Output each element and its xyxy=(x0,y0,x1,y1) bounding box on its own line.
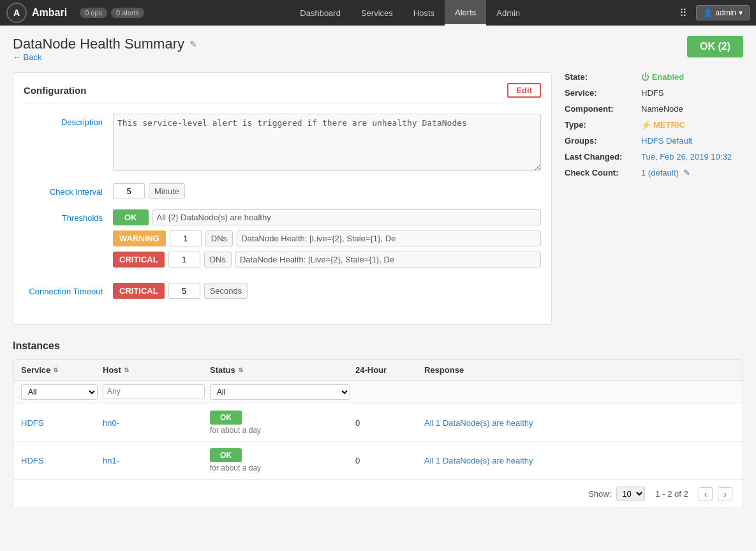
nav-badges: 0 ops 0 alerts xyxy=(80,8,144,18)
row1-service[interactable]: HDFS xyxy=(21,418,98,428)
table-header: Service ⇅ Host ⇅ Status ⇅ 24-Hour Respon… xyxy=(13,360,743,381)
th-status: Status ⇅ xyxy=(210,365,350,375)
last-changed-row: Last Changed: Tue, Feb 26, 2019 10:32 xyxy=(565,152,743,162)
row2-status-sub: for about a day xyxy=(210,464,350,472)
alerts-badge[interactable]: 0 alerts xyxy=(111,8,144,18)
connection-timeout-row: Connection Timeout CRITICAL Seconds xyxy=(24,283,541,304)
component-key: Component: xyxy=(565,104,641,114)
user-icon: 👤 xyxy=(703,8,713,17)
sort-host-icon[interactable]: ⇅ xyxy=(124,366,129,374)
main-layout: Configuration Edit Description Check Int… xyxy=(13,72,743,325)
warning-threshold-text[interactable] xyxy=(237,230,541,246)
service-key: Service: xyxy=(565,88,641,98)
groups-key: Groups: xyxy=(565,136,641,146)
status-filter[interactable]: All xyxy=(210,384,350,400)
nav-hosts[interactable]: Hosts xyxy=(403,0,445,26)
row2-service[interactable]: HDFS xyxy=(21,456,98,465)
check-count-key: Check Count: xyxy=(565,168,641,177)
row2-response[interactable]: All 1 DataNode(s) are healthy xyxy=(424,456,735,465)
critical-value-input[interactable] xyxy=(168,252,200,268)
critical-threshold-text[interactable] xyxy=(235,252,541,268)
row1-host[interactable]: hn0- xyxy=(103,418,205,428)
grid-icon[interactable]: ⠿ xyxy=(676,7,691,19)
warning-value-input[interactable] xyxy=(170,230,202,246)
next-page-btn[interactable]: › xyxy=(718,487,732,501)
description-textarea[interactable] xyxy=(113,114,541,171)
service-value: HDFS xyxy=(641,88,663,98)
lightning-icon: ⚡ xyxy=(641,120,651,130)
type-value: ⚡METRIC xyxy=(641,120,685,130)
row1-status-sub: for about a day xyxy=(210,426,350,435)
connection-timeout-label: Connection Timeout xyxy=(24,283,113,296)
page-header: DataNode Health Summary ✎ ← Back OK (2) xyxy=(13,36,743,62)
thresholds-controls: OK WARNING DNs CRITICAL DNs xyxy=(113,209,541,273)
chevron-down-icon: ▾ xyxy=(739,8,743,17)
page-title: DataNode Health Summary ✎ xyxy=(13,36,197,52)
service-row: Service: HDFS xyxy=(565,88,743,98)
back-link[interactable]: ← Back xyxy=(13,52,42,62)
instances-table: Service ⇅ Host ⇅ Status ⇅ 24-Hour Respon… xyxy=(13,359,743,508)
thresholds-row: Thresholds OK WARNING DNs xyxy=(24,209,541,273)
row2-status-cell: OK for about a day xyxy=(210,448,350,472)
nav-services[interactable]: Services xyxy=(351,0,403,26)
description-area xyxy=(113,114,541,173)
response-filter-cell xyxy=(424,384,735,400)
brand-logo: A xyxy=(6,3,27,23)
nav-alerts[interactable]: Alerts xyxy=(445,0,486,26)
description-row: Description xyxy=(24,114,541,173)
warning-threshold-row: WARNING DNs xyxy=(113,230,541,246)
row1-24hour: 0 xyxy=(355,418,419,428)
power-symbol: ⏻ xyxy=(641,72,652,82)
host-filter[interactable] xyxy=(103,384,205,398)
table-row: HDFS hn0- OK for about a day 0 All 1 Dat… xyxy=(13,404,743,442)
instances-title: Instances xyxy=(13,340,743,352)
admin-button[interactable]: 👤 admin ▾ xyxy=(696,5,750,20)
pagination-bar: Show: 10 25 50 1 - 2 of 2 ‹ › xyxy=(13,479,743,508)
connection-timeout-input[interactable] xyxy=(168,283,200,299)
ok-threshold-text[interactable] xyxy=(152,209,542,225)
page-content: DataNode Health Summary ✎ ← Back OK (2) … xyxy=(0,26,756,551)
groups-value[interactable]: HDFS Default xyxy=(641,136,692,146)
thresholds-label: Thresholds xyxy=(24,209,113,223)
edit-button[interactable]: Edit xyxy=(507,83,541,98)
page-title-area: DataNode Health Summary ✎ ← Back xyxy=(13,36,197,62)
check-count-text: 1 (default) xyxy=(641,168,679,177)
nav-dashboard[interactable]: Dashboard xyxy=(290,0,351,26)
connection-timeout-controls: CRITICAL Seconds xyxy=(113,283,541,299)
row2-host[interactable]: hn1- xyxy=(103,456,205,465)
last-changed-key: Last Changed: xyxy=(565,152,641,162)
topnav-right: ⠿ 👤 admin ▾ xyxy=(676,5,750,20)
prev-page-btn[interactable]: ‹ xyxy=(699,487,713,501)
check-count-edit-icon[interactable]: ✎ xyxy=(683,168,690,177)
critical-unit: DNs xyxy=(204,252,232,268)
row2-24hour: 0 xyxy=(355,456,419,465)
service-filter-cell: All xyxy=(21,384,98,400)
th-response: Response xyxy=(424,365,735,375)
sort-service-icon[interactable]: ⇅ xyxy=(53,366,58,374)
config-title: Configuration xyxy=(24,85,86,96)
title-edit-icon[interactable]: ✎ xyxy=(189,39,197,49)
config-panel: Configuration Edit Description Check Int… xyxy=(13,72,552,325)
brand[interactable]: A Ambari xyxy=(6,3,67,23)
warning-threshold-btn: WARNING xyxy=(113,230,166,246)
row2-status-btn: OK xyxy=(210,448,242,462)
ops-badge[interactable]: 0 ops xyxy=(80,8,107,18)
status-filter-cell: All xyxy=(210,384,350,400)
ok-threshold-btn: OK xyxy=(113,209,149,225)
critical-threshold-row: CRITICAL DNs xyxy=(113,252,541,268)
check-interval-input[interactable] xyxy=(113,183,145,199)
page-info: 1 - 2 of 2 xyxy=(655,489,688,499)
nav-admin[interactable]: Admin xyxy=(486,0,530,26)
connection-critical-btn: CRITICAL xyxy=(113,283,165,299)
check-count-row: Check Count: 1 (default) ✎ xyxy=(565,168,743,177)
show-select[interactable]: 10 25 50 xyxy=(616,487,645,501)
instances-section: Instances Service ⇅ Host ⇅ Status ⇅ 24-H… xyxy=(13,340,743,508)
nav-links: Dashboard Services Hosts Alerts Admin xyxy=(144,0,676,26)
info-panel: State: ⏻ Enabled Service: HDFS Component… xyxy=(565,72,743,325)
sort-status-icon[interactable]: ⇅ xyxy=(238,366,243,374)
state-value: ⏻ Enabled xyxy=(641,72,684,82)
ok-status-button[interactable]: OK (2) xyxy=(687,36,743,57)
service-filter[interactable]: All xyxy=(21,384,98,400)
description-label: Description xyxy=(24,114,113,127)
row1-response[interactable]: All 1 DataNode(s) are healthy xyxy=(424,418,735,428)
